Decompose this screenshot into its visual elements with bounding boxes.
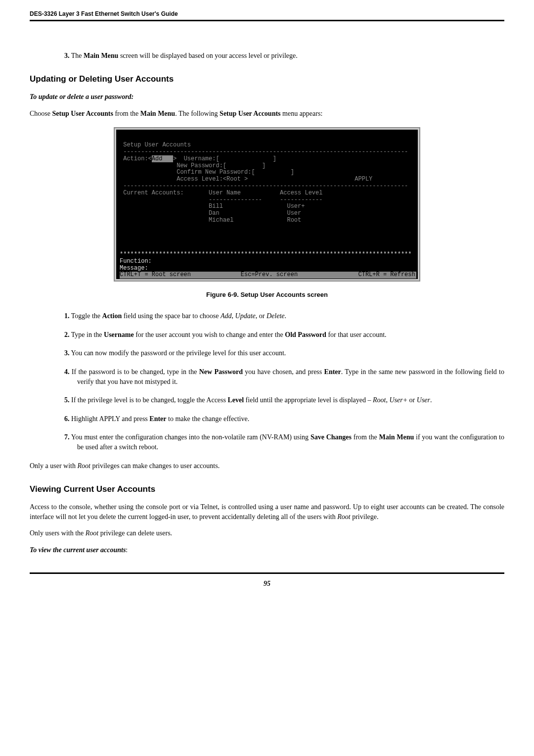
status-left: CTRL+T = Root screen	[120, 271, 191, 278]
s1a: Toggle the	[71, 312, 102, 320]
step3-text-a: The	[71, 52, 84, 59]
s2b1: Username	[104, 331, 134, 338]
term-col-header2: --------------- ------------	[120, 196, 322, 203]
step3-bold: Main Menu	[84, 52, 118, 59]
term-statusbar: CTRL+T = Root screen Esc=Prev. screen CT…	[120, 272, 416, 279]
figure-caption: Figure 6-9. Setup User Accounts screen	[30, 290, 504, 299]
s1i3: Delete	[267, 312, 285, 320]
step-3: 3. You can now modify the password or th…	[64, 348, 504, 358]
step-2: 2. Type in the Username for the user acc…	[64, 330, 504, 340]
term-message: Message:	[120, 265, 148, 272]
step-num: 3.	[64, 349, 70, 357]
step-5: 5. If the privilege level is to be chang…	[64, 395, 504, 405]
s2a: Type in the	[71, 331, 104, 338]
s1c: ,	[232, 312, 235, 320]
step3-text-b: screen will be displayed based on your a…	[118, 52, 297, 59]
s5b: field until the appropriate level is dis…	[244, 396, 373, 404]
after-post: privileges can make changes to user acco…	[90, 462, 220, 470]
step-7: 7. You must enter the configuration chan…	[64, 432, 504, 452]
view-p2: Only users with the Root privilege can d…	[30, 528, 504, 538]
term-dash1: ----------------------------------------…	[120, 148, 408, 155]
s4b: you have chosen, and press	[243, 368, 324, 376]
intro-d: . The following	[175, 110, 220, 117]
s1e: .	[285, 312, 287, 320]
status-right: CTRL+R = Refresh	[358, 271, 415, 278]
footer: 95	[30, 572, 504, 589]
term-title: Setup User Accounts	[120, 142, 191, 148]
s5b1: Level	[227, 396, 244, 404]
s4b2: Enter	[324, 368, 341, 376]
term-dash2: ----------------------------------------…	[120, 183, 408, 189]
s3a: You can now modify the password or the p…	[71, 349, 286, 357]
term-function: Function:	[120, 258, 152, 265]
term-blank1	[120, 224, 123, 231]
term-blank3	[120, 237, 123, 244]
s7b1: Save Changes	[311, 433, 352, 441]
vp1a: Access to the console, whether using the…	[30, 503, 504, 520]
s7b: from the	[352, 433, 379, 441]
s7a: You must enter the configuration changes…	[71, 433, 311, 441]
vp1i: Root	[337, 513, 350, 520]
view-p1: Access to the console, whether using the…	[30, 502, 504, 521]
term-row2: Dan User	[120, 210, 301, 217]
step-num: 4.	[64, 368, 70, 376]
term-l2: New Password:[ ]	[120, 162, 266, 169]
intro-a: Choose	[30, 110, 52, 117]
view-sub-colon: :	[126, 546, 128, 554]
s5e: .	[430, 396, 432, 404]
step-6: 6. Highlight APPLY and press Enter to ma…	[64, 414, 504, 424]
intro-b3: Setup User Accounts	[220, 110, 280, 117]
term-l4a: Access Level:<Root >	[120, 176, 355, 183]
s5i2: User+	[389, 396, 407, 404]
intro-c: from the	[113, 110, 140, 117]
term-col-header: Current Accounts: User Name Access Level	[120, 189, 322, 196]
term-l3: Confirm New Password:[ ]	[120, 169, 294, 176]
s4b1: New Password	[199, 368, 243, 376]
after-i: Root	[77, 462, 90, 470]
subheading-update: To update or delete a user password:	[30, 92, 504, 102]
s1b1: Action	[102, 312, 122, 320]
figure-wrap: Setup User Accounts --------------------…	[30, 127, 504, 299]
s7b2: Main Menu	[379, 433, 414, 441]
vp1b: privilege.	[351, 513, 379, 520]
step-num: 2.	[64, 331, 70, 338]
after-steps-para: Only a user with Root privileges can mak…	[30, 461, 504, 471]
s1b: field using the space bar to choose	[122, 312, 221, 320]
s2b: for the user account you wish to change …	[134, 331, 285, 338]
status-mid: Esc=Prev. screen	[241, 271, 298, 278]
s1i1: Add	[221, 312, 232, 320]
section-heading-updating: Updating or Deleting User Accounts	[30, 73, 504, 85]
s1i2: Update	[235, 312, 256, 320]
term-row3: Michael Root	[120, 217, 301, 224]
intro-paragraph: Choose Setup User Accounts from the Main…	[30, 109, 504, 119]
s6b1: Enter	[149, 415, 166, 423]
vp2i: Root	[86, 529, 98, 537]
s6a: Highlight APPLY and press	[71, 415, 149, 423]
term-l1a: Action:<	[120, 155, 152, 162]
s5i3: User	[417, 396, 430, 404]
section-heading-viewing: Viewing Current User Accounts	[30, 483, 504, 495]
step-num: 6.	[64, 415, 70, 423]
s2c: for that user account.	[326, 331, 387, 338]
view-subheading: To view the current user accounts:	[30, 545, 504, 555]
view-sub-text: To view the current user accounts	[30, 546, 126, 554]
s2b2: Old Password	[285, 331, 326, 338]
top-step-3: 3. The Main Menu screen will be displaye…	[64, 51, 504, 61]
s1d: , or	[256, 312, 267, 320]
vp2b: privilege can delete users.	[98, 529, 172, 537]
page-number: 95	[264, 580, 270, 587]
s5i1: Root	[373, 396, 386, 404]
term-l1b: > Username:[ ]	[173, 155, 276, 162]
term-blank4	[120, 244, 123, 251]
s4a: If the password is to be changed, type i…	[72, 368, 199, 376]
s5d: or	[407, 396, 417, 404]
step-num: 1.	[64, 312, 70, 320]
after-pre: Only a user with	[30, 462, 77, 470]
s5a: If the privilege level is to be changed,…	[71, 396, 227, 404]
intro-b1: Setup User Accounts	[52, 110, 113, 117]
term-action-selected: Add	[152, 155, 173, 162]
step-4: 4. If the password is to be changed, typ…	[64, 367, 504, 386]
vp2a: Only users with the	[30, 529, 86, 537]
intro-b2: Main Menu	[140, 110, 175, 117]
intro-e: menu appears:	[281, 110, 323, 117]
